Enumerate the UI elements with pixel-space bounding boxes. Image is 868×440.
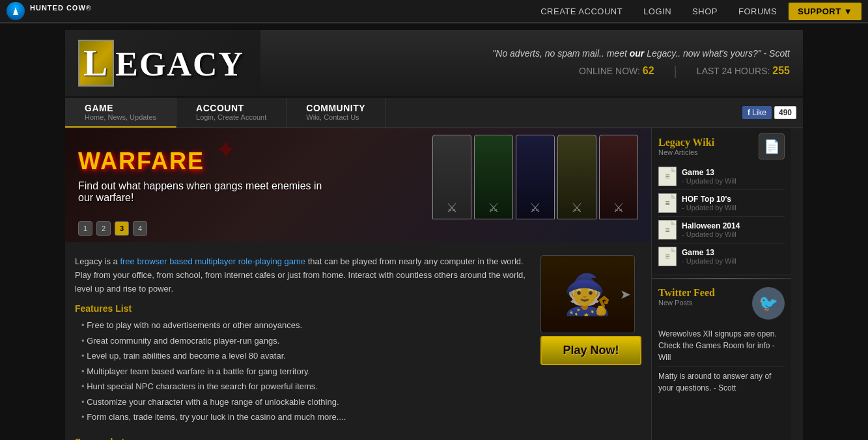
wiki-article-meta-4: - Updated by Will	[682, 257, 785, 265]
text-content-area: ➤ Play Now! Legacy is a free browser bas…	[65, 249, 651, 432]
wiki-doc-icon-1	[658, 167, 677, 186]
carousel-description: Find out what happens when gangs meet en…	[78, 180, 326, 204]
carousel-dot-4[interactable]: 4	[133, 221, 147, 236]
wiki-article-2[interactable]: HOF Top 10's - Updated by Will	[658, 190, 785, 217]
wiki-article-title-2: HOF Top 10's	[682, 195, 785, 204]
warrior-5	[599, 135, 638, 219]
site-logo-text: Hunted Cow®	[30, 4, 92, 19]
right-sidebar: Legacy Wiki New Articles 📄 Game 13 - Upd…	[651, 128, 791, 440]
wiki-article-title-3: Halloween 2014	[682, 221, 785, 230]
last24-stat: LAST 24 HOURS: 255	[697, 65, 790, 77]
carousel-background: WARFARE Find out what happens when gangs…	[65, 128, 651, 242]
wiki-article-meta-1: - Updated by Will	[682, 177, 785, 185]
stats-separator: |	[674, 64, 677, 79]
wiki-icon: 📄	[759, 133, 785, 159]
carousel-dot-1[interactable]: 1	[78, 221, 92, 236]
twitter-subtitle: New Posts	[658, 299, 715, 307]
sub-navigation: GAME Home, News, Updates ACCOUNT Login, …	[65, 98, 803, 128]
logo-area: Hunted Cow®	[7, 2, 92, 20]
legacy-L-letter: L	[78, 40, 114, 87]
warrior-2	[474, 135, 513, 219]
rpg-link[interactable]: free browser based multiplayer role-play…	[120, 256, 305, 266]
warrior-4	[557, 135, 596, 219]
carousel-text: WARFARE Find out what happens when gangs…	[78, 148, 326, 204]
forums-link[interactable]: FORUMS	[729, 3, 786, 20]
sub-nav-tabs: GAME Home, News, Updates ACCOUNT Login, …	[65, 98, 385, 128]
list-item: Customize your character with a huge ran…	[81, 394, 641, 410]
play-now-box: ➤ Play Now!	[540, 255, 641, 365]
chevron-down-icon: ▼	[844, 7, 852, 16]
list-item: Hunt special NPC characters in the searc…	[81, 379, 641, 394]
login-link[interactable]: LOGIN	[634, 3, 680, 20]
wiki-section: Legacy Wiki New Articles 📄 Game 13 - Upd…	[652, 128, 791, 275]
twitter-post-2: Matty is around to answer any of your qu…	[658, 367, 785, 397]
online-stats-area: "No adverts, no spam mail.. meet our Leg…	[260, 30, 803, 96]
warrior-3	[516, 135, 555, 219]
carousel-title: WARFARE	[78, 148, 326, 175]
wiki-article-4[interactable]: Game 13 - Updated by Will	[658, 243, 785, 269]
facebook-f-icon: f	[748, 108, 750, 117]
wiki-subtitle: New Articles	[658, 148, 714, 156]
play-now-button[interactable]: Play Now!	[540, 336, 641, 365]
tab-account[interactable]: ACCOUNT Login, Create Account	[176, 98, 287, 128]
nav-links: CREATE ACCOUNT LOGIN SHOP FORUMS SUPPORT…	[531, 3, 861, 20]
wiki-doc-icon-3	[658, 220, 677, 240]
support-link[interactable]: SUPPORT ▼	[789, 3, 861, 20]
content-area: WARFARE Find out what happens when gangs…	[65, 128, 803, 440]
screenshots-title: Screenshots	[65, 432, 651, 440]
legacy-logo: LEGACY	[78, 40, 244, 87]
twitter-section: Twitter Feed New Posts 🐦 Werewolves XII …	[652, 282, 791, 402]
tab-game[interactable]: GAME Home, News, Updates	[65, 98, 176, 128]
character-illustration: ➤	[540, 255, 635, 333]
wiki-doc-icon-2	[658, 193, 677, 213]
tab-community[interactable]: COMMUNITY Wiki, Contact Us	[287, 98, 385, 128]
game-header-banner: LEGACY "No adverts, no spam mail.. meet …	[65, 30, 803, 96]
hunted-cow-icon	[7, 2, 25, 20]
legacy-logo-area: LEGACY	[65, 30, 260, 96]
wiki-article-meta-2: - Updated by Will	[682, 204, 785, 212]
twitter-header: Twitter Feed New Posts 🐦	[658, 287, 785, 320]
wiki-header: Legacy Wiki New Articles 📄	[658, 133, 785, 159]
top-navigation: Hunted Cow® CREATE ACCOUNT LOGIN SHOP FO…	[0, 0, 868, 23]
sidebar-divider	[652, 278, 791, 279]
carousel-dot-2[interactable]: 2	[96, 221, 111, 236]
header-quote: "No adverts, no spam mail.. meet our Leg…	[492, 48, 790, 59]
fb-like-btn[interactable]: f Like	[742, 106, 772, 119]
carousel-indicators: 1 2 3 4	[78, 221, 147, 236]
wiki-article-3[interactable]: Halloween 2014 - Updated by Will	[658, 217, 785, 243]
shop-link[interactable]: SHOP	[683, 3, 727, 20]
twitter-title: Twitter Feed	[658, 287, 715, 299]
warriors-illustration	[432, 135, 638, 219]
wiki-article-title-4: Game 13	[682, 248, 785, 257]
main-wrapper: LEGACY "No adverts, no spam mail.. meet …	[65, 23, 803, 440]
twitter-bird-icon: 🐦	[752, 287, 785, 320]
online-now-stat: ONLINE NOW: 62	[579, 65, 654, 77]
list-item: Form clans, trade items, try your luck i…	[81, 409, 641, 425]
wiki-title: Legacy Wiki	[658, 137, 714, 148]
wiki-article-title-1: Game 13	[682, 168, 785, 177]
blood-splatter-icon: ✦	[215, 135, 237, 165]
wiki-article-meta-3: - Updated by Will	[682, 230, 785, 238]
carousel: WARFARE Find out what happens when gangs…	[65, 128, 651, 242]
create-account-link[interactable]: CREATE ACCOUNT	[531, 3, 632, 20]
list-item: Multiplayer team based warfare in a batt…	[81, 364, 641, 379]
arrow-right-icon: ➤	[620, 286, 631, 302]
carousel-dot-3[interactable]: 3	[115, 221, 129, 236]
wiki-article-1[interactable]: Game 13 - Updated by Will	[658, 163, 785, 190]
facebook-like-button: f Like 490	[742, 106, 796, 119]
fb-count: 490	[774, 106, 796, 119]
main-content: WARFARE Find out what happens when gangs…	[65, 128, 651, 440]
twitter-post-1: Werewolves XII signups are open. Check t…	[658, 325, 785, 367]
warrior-1	[432, 135, 471, 219]
wiki-doc-icon-4	[658, 247, 677, 266]
stats-row: ONLINE NOW: 62 | LAST 24 HOURS: 255	[579, 64, 790, 79]
